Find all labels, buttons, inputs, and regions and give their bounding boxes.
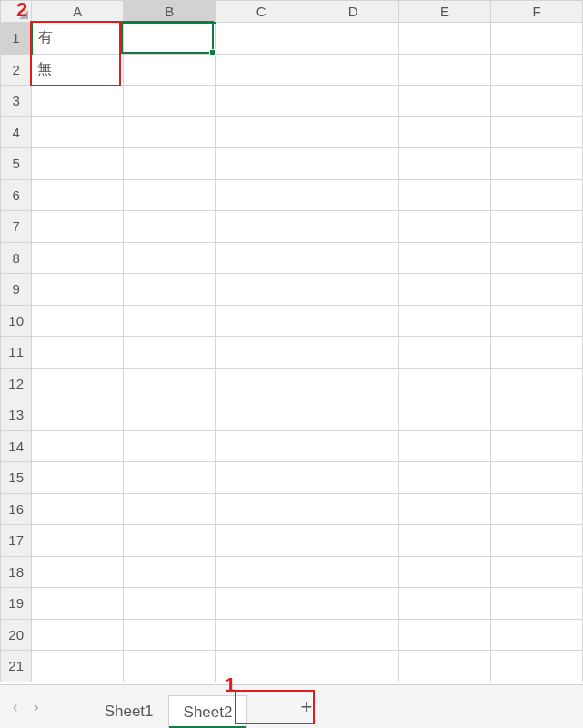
cell-E8[interactable] [399,242,491,274]
row-header-7[interactable]: 7 [1,211,32,243]
cell-B11[interactable] [124,337,216,369]
cell-C20[interactable] [216,619,307,651]
cell-B13[interactable] [124,399,216,431]
cell-A20[interactable] [32,619,124,651]
cell-D9[interactable] [307,274,399,306]
cell-A17[interactable] [32,525,124,557]
cell-D21[interactable] [307,651,399,682]
cell-B10[interactable] [124,305,216,337]
cell-D6[interactable] [307,179,399,211]
cell-E1[interactable] [399,23,491,55]
cell-F6[interactable] [491,179,583,211]
cell-C18[interactable] [216,556,307,588]
cell-A3[interactable] [32,86,124,117]
cell-B17[interactable] [124,525,216,557]
cell-D14[interactable] [307,430,399,462]
cell-A13[interactable] [32,399,124,431]
col-header-B[interactable]: B [124,1,216,23]
row-header-3[interactable]: 3 [1,86,32,117]
cell-E18[interactable] [399,556,491,588]
cell-A14[interactable] [32,430,124,462]
cell-E17[interactable] [399,525,491,557]
cell-A16[interactable] [32,493,124,525]
cell-F13[interactable] [491,399,583,431]
cell-C19[interactable] [216,588,307,620]
row-header-21[interactable]: 21 [1,651,32,682]
cell-E2[interactable] [399,54,491,86]
cell-B6[interactable] [124,179,216,211]
sheet-nav-prev[interactable]: ‹ [13,699,17,715]
cell-F4[interactable] [491,116,583,148]
cell-A1[interactable]: 有 [32,23,124,55]
row-header-13[interactable]: 13 [1,399,32,431]
cell-B2[interactable] [124,54,216,86]
cell-C13[interactable] [216,399,307,431]
cell-E14[interactable] [399,430,491,462]
cell-C12[interactable] [216,368,307,399]
cell-D2[interactable] [307,54,399,86]
row-header-12[interactable]: 12 [1,368,32,399]
cell-A6[interactable] [32,179,124,211]
cell-E19[interactable] [399,588,491,620]
cell-D17[interactable] [307,525,399,557]
cell-B3[interactable] [124,86,216,117]
cell-E11[interactable] [399,337,491,369]
cell-E10[interactable] [399,305,491,337]
cell-C17[interactable] [216,525,307,557]
sheet-tab-sheet1[interactable]: Sheet1 [90,695,168,728]
cell-D13[interactable] [307,399,399,431]
cell-D20[interactable] [307,619,399,651]
cell-F8[interactable] [491,242,583,274]
row-header-2[interactable]: 2 [1,54,32,86]
row-header-20[interactable]: 20 [1,619,32,651]
cell-B14[interactable] [124,430,216,462]
cell-A5[interactable] [32,148,124,180]
cell-C9[interactable] [216,274,307,306]
cell-F3[interactable] [491,86,583,117]
cell-C21[interactable] [216,651,307,682]
cell-B5[interactable] [124,148,216,180]
cell-A10[interactable] [32,305,124,337]
col-header-D[interactable]: D [307,1,399,23]
cell-B8[interactable] [124,242,216,274]
cell-F12[interactable] [491,368,583,399]
row-header-1[interactable]: 1 [1,23,32,55]
cell-D10[interactable] [307,305,399,337]
cell-B19[interactable] [124,588,216,620]
cell-D1[interactable] [307,23,399,55]
cell-F11[interactable] [491,337,583,369]
add-sheet-button[interactable]: + [275,695,337,719]
col-header-F[interactable]: F [491,1,583,23]
cell-A11[interactable] [32,337,124,369]
cell-F16[interactable] [491,493,583,525]
cell-C11[interactable] [216,337,307,369]
cell-F2[interactable] [491,54,583,86]
cell-D7[interactable] [307,211,399,243]
row-header-17[interactable]: 17 [1,525,32,557]
cell-E7[interactable] [399,211,491,243]
cell-B21[interactable] [124,651,216,682]
row-header-10[interactable]: 10 [1,305,32,337]
col-header-A[interactable]: A [32,1,124,23]
cell-B7[interactable] [124,211,216,243]
cell-D12[interactable] [307,368,399,399]
row-header-9[interactable]: 9 [1,274,32,306]
cell-A21[interactable] [32,651,124,682]
cell-D18[interactable] [307,556,399,588]
cell-E4[interactable] [399,116,491,148]
row-header-8[interactable]: 8 [1,242,32,274]
row-header-5[interactable]: 5 [1,148,32,180]
cell-D8[interactable] [307,242,399,274]
cell-A18[interactable] [32,556,124,588]
cell-C16[interactable] [216,493,307,525]
sheet-nav-next[interactable]: › [34,699,38,715]
cell-E5[interactable] [399,148,491,180]
cell-F20[interactable] [491,619,583,651]
cell-E16[interactable] [399,493,491,525]
sheet-tab-sheet2[interactable]: Sheet2 [168,695,248,728]
cell-A19[interactable] [32,588,124,620]
cell-E6[interactable] [399,179,491,211]
col-header-E[interactable]: E [399,1,491,23]
cell-D11[interactable] [307,337,399,369]
cell-C3[interactable] [216,86,307,117]
